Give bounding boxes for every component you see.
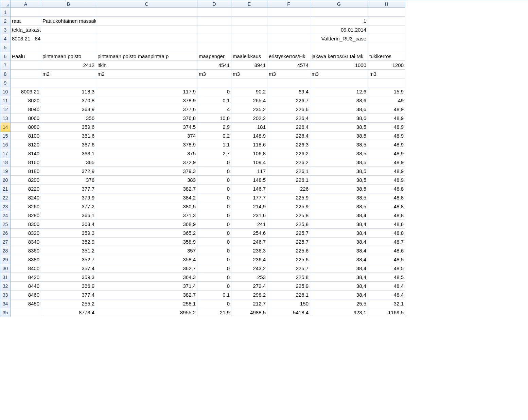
cell-D32[interactable]: 0 bbox=[197, 282, 231, 291]
col-header-H[interactable]: H bbox=[368, 0, 405, 8]
row-header-17[interactable]: 17 bbox=[0, 149, 11, 158]
cell-D15[interactable]: 0,2 bbox=[197, 132, 231, 140]
col-header-A[interactable]: A bbox=[11, 0, 41, 8]
cell-D5[interactable] bbox=[197, 43, 231, 52]
cell-F2[interactable] bbox=[267, 17, 310, 25]
cell-C2[interactable] bbox=[96, 17, 197, 25]
cell-E33[interactable]: 298,2 bbox=[231, 291, 267, 299]
cell-C15[interactable]: 374 bbox=[96, 132, 197, 140]
cell-A29[interactable]: 8380 bbox=[11, 255, 41, 264]
cell-G28[interactable]: 38,4 bbox=[310, 246, 368, 255]
cell-H5[interactable] bbox=[368, 43, 405, 52]
cell-E11[interactable]: 265,4 bbox=[231, 96, 267, 105]
cell-A31[interactable]: 8420 bbox=[11, 273, 41, 282]
cell-F20[interactable]: 226,1 bbox=[267, 176, 310, 185]
cell-H2[interactable] bbox=[368, 17, 405, 25]
cell-F15[interactable]: 226,4 bbox=[267, 132, 310, 140]
cell-H30[interactable]: 48,5 bbox=[368, 264, 405, 273]
cell-F31[interactable]: 225,8 bbox=[267, 273, 310, 282]
cell-B27[interactable]: 352,9 bbox=[41, 238, 96, 246]
cell-D14[interactable]: 2,9 bbox=[197, 123, 231, 132]
cell-E22[interactable]: 177,7 bbox=[231, 193, 267, 202]
cell-F3[interactable] bbox=[267, 25, 310, 34]
cell-E8[interactable]: m3 bbox=[231, 70, 267, 78]
cell-E20[interactable]: 148,5 bbox=[231, 176, 267, 185]
cell-G21[interactable]: 38,5 bbox=[310, 185, 368, 193]
spreadsheet-grid[interactable]: ABCDEFGH12rataPaalukohtainen massaluette… bbox=[0, 0, 528, 317]
cell-G11[interactable]: 38,6 bbox=[310, 96, 368, 105]
col-header-C[interactable]: C bbox=[96, 0, 197, 8]
cell-B29[interactable]: 352,7 bbox=[41, 255, 96, 264]
cell-D30[interactable]: 0 bbox=[197, 264, 231, 273]
cell-C18[interactable]: 372,9 bbox=[96, 158, 197, 167]
cell-C10[interactable]: 117,9 bbox=[96, 87, 197, 96]
cell-D4[interactable] bbox=[197, 34, 231, 43]
cell-F9[interactable] bbox=[267, 78, 310, 87]
row-header-3[interactable]: 3 bbox=[0, 25, 11, 34]
cell-E31[interactable]: 253 bbox=[231, 273, 267, 282]
cell-C17[interactable]: 375 bbox=[96, 149, 197, 158]
cell-B31[interactable]: 359,3 bbox=[41, 273, 96, 282]
row-header-23[interactable]: 23 bbox=[0, 202, 11, 211]
cell-G15[interactable]: 38,5 bbox=[310, 132, 368, 140]
cell-F33[interactable]: 226,1 bbox=[267, 291, 310, 299]
cell-A19[interactable]: 8180 bbox=[11, 167, 41, 176]
cell-D8[interactable]: m3 bbox=[197, 70, 231, 78]
cell-E32[interactable]: 272,4 bbox=[231, 282, 267, 291]
cell-F1[interactable] bbox=[267, 8, 310, 17]
row-header-21[interactable]: 21 bbox=[0, 185, 11, 193]
cell-E34[interactable]: 212,7 bbox=[231, 299, 267, 308]
cell-F8[interactable]: m3 bbox=[267, 70, 310, 78]
select-all-corner[interactable] bbox=[0, 0, 11, 8]
cell-B25[interactable]: 363,4 bbox=[41, 220, 96, 229]
cell-H28[interactable]: 48,6 bbox=[368, 246, 405, 255]
cell-G18[interactable]: 38,5 bbox=[310, 158, 368, 167]
row-header-2[interactable]: 2 bbox=[0, 17, 11, 25]
cell-C14[interactable]: 374,5 bbox=[96, 123, 197, 132]
cell-H7[interactable]: 1200 bbox=[368, 61, 405, 70]
cell-G20[interactable]: 38,5 bbox=[310, 176, 368, 185]
row-header-25[interactable]: 25 bbox=[0, 220, 11, 229]
cell-C6[interactable]: pintamaan poisto maanpintaa p bbox=[96, 52, 197, 61]
cell-E19[interactable]: 117 bbox=[231, 167, 267, 176]
cell-B17[interactable]: 363,1 bbox=[41, 149, 96, 158]
cell-A3[interactable]: tekla_tarkastelu bbox=[11, 25, 41, 34]
row-header-5[interactable]: 5 bbox=[0, 43, 11, 52]
row-header-28[interactable]: 28 bbox=[0, 246, 11, 255]
cell-C29[interactable]: 358,4 bbox=[96, 255, 197, 264]
row-header-35[interactable]: 35 bbox=[0, 308, 11, 317]
cell-G9[interactable] bbox=[310, 78, 368, 87]
cell-F14[interactable]: 226,4 bbox=[267, 123, 310, 132]
cell-B26[interactable]: 359,3 bbox=[41, 229, 96, 238]
cell-C20[interactable]: 383 bbox=[96, 176, 197, 185]
cell-C28[interactable]: 357 bbox=[96, 246, 197, 255]
cell-H17[interactable]: 48,9 bbox=[368, 149, 405, 158]
cell-C11[interactable]: 378,9 bbox=[96, 96, 197, 105]
cell-G35[interactable]: 923,1 bbox=[310, 308, 368, 317]
cell-C8[interactable]: m2 bbox=[96, 70, 197, 78]
cell-G4[interactable]: Valtterin_RU3_case bbox=[310, 34, 368, 43]
cell-A6[interactable]: Paalu bbox=[11, 52, 41, 61]
cell-C24[interactable]: 371,3 bbox=[96, 211, 197, 220]
cell-D16[interactable]: 1,1 bbox=[197, 140, 231, 149]
cell-G24[interactable]: 38,4 bbox=[310, 211, 368, 220]
row-header-19[interactable]: 19 bbox=[0, 167, 11, 176]
row-header-29[interactable]: 29 bbox=[0, 255, 11, 264]
cell-H34[interactable]: 32,1 bbox=[368, 299, 405, 308]
cell-C30[interactable]: 362,7 bbox=[96, 264, 197, 273]
cell-A2[interactable]: rata bbox=[11, 17, 41, 25]
cell-E5[interactable] bbox=[231, 43, 267, 52]
cell-A20[interactable]: 8200 bbox=[11, 176, 41, 185]
cell-H18[interactable]: 48,9 bbox=[368, 158, 405, 167]
cell-G13[interactable]: 38,6 bbox=[310, 114, 368, 123]
cell-E17[interactable]: 106,8 bbox=[231, 149, 267, 158]
cell-B6[interactable]: pintamaan poisto bbox=[41, 52, 96, 61]
cell-C19[interactable]: 379,3 bbox=[96, 167, 197, 176]
row-header-8[interactable]: 8 bbox=[0, 70, 11, 78]
cell-G7[interactable]: 1000 bbox=[310, 61, 368, 70]
cell-H15[interactable]: 48,9 bbox=[368, 132, 405, 140]
row-header-34[interactable]: 34 bbox=[0, 299, 11, 308]
cell-B3[interactable] bbox=[41, 25, 96, 34]
cell-H22[interactable]: 48,8 bbox=[368, 193, 405, 202]
cell-G3[interactable]: 09.01.2014 bbox=[310, 25, 368, 34]
